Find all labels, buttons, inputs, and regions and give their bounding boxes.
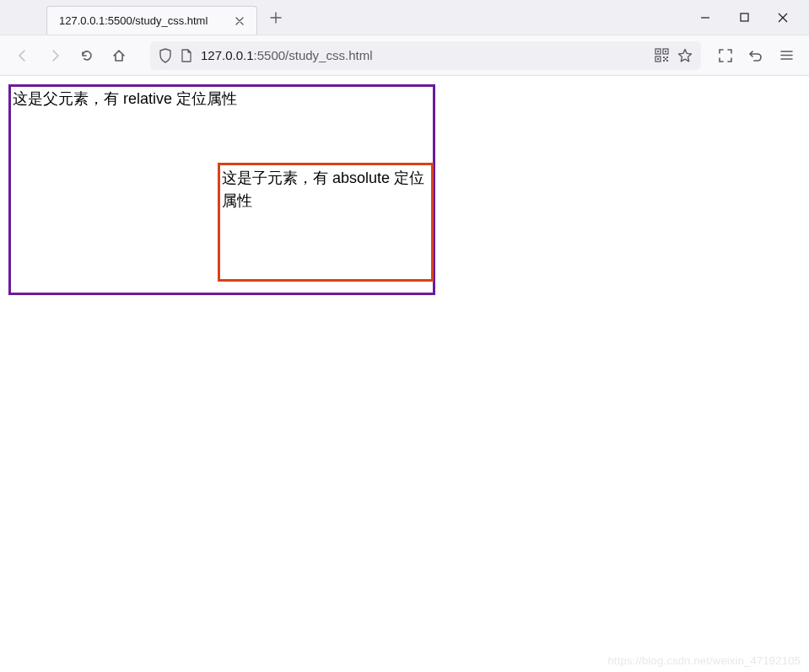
parent-element-text: 这是父元素，有 relative 定位属性: [11, 87, 433, 110]
forward-button[interactable]: [40, 41, 69, 70]
svg-rect-11: [665, 58, 666, 60]
parent-element-box: 这是父元素，有 relative 定位属性 这是子元素，有 absolute 定…: [8, 84, 435, 295]
browser-tab[interactable]: 127.0.0.1:5500/study_css.html: [46, 6, 257, 35]
svg-rect-10: [666, 60, 668, 62]
close-window-button[interactable]: [763, 0, 802, 35]
url-path: :5500/study_css.html: [254, 48, 373, 62]
page-icon[interactable]: [181, 49, 192, 62]
menu-button[interactable]: [772, 41, 801, 70]
svg-rect-0: [741, 13, 748, 21]
minimize-button[interactable]: [686, 0, 725, 35]
child-element-text: 这是子元素，有 absolute 定位属性: [220, 165, 431, 214]
svg-rect-4: [657, 51, 659, 52]
toolbar-right: [711, 41, 801, 70]
url-host: 127.0.0.1: [201, 48, 254, 62]
close-tab-icon[interactable]: [231, 13, 248, 30]
maximize-button[interactable]: [725, 0, 763, 35]
svg-rect-5: [665, 51, 666, 52]
address-bar[interactable]: 127.0.0.1:5500/study_css.html: [150, 41, 701, 70]
tab-title: 127.0.0.1:5500/study_css.html: [59, 14, 231, 27]
bookmark-star-icon[interactable]: [677, 48, 693, 63]
svg-rect-9: [663, 60, 665, 62]
qr-icon[interactable]: [655, 48, 669, 62]
window-controls: [686, 0, 809, 35]
svg-rect-7: [663, 56, 665, 58]
new-tab-button[interactable]: [262, 4, 289, 31]
browser-toolbar: 127.0.0.1:5500/study_css.html: [0, 35, 809, 76]
undo-button[interactable]: [742, 41, 770, 70]
screenshot-button[interactable]: [711, 41, 740, 70]
reload-button[interactable]: [73, 41, 101, 70]
watermark-text: https://blog.csdn.net/weixin_47192105: [607, 654, 801, 667]
url-display[interactable]: 127.0.0.1:5500/study_css.html: [201, 48, 646, 62]
svg-rect-6: [657, 58, 659, 60]
child-element-box: 这是子元素，有 absolute 定位属性: [218, 163, 434, 282]
shield-icon[interactable]: [159, 48, 172, 63]
window-titlebar: 127.0.0.1:5500/study_css.html: [0, 0, 809, 35]
page-viewport: 这是父元素，有 relative 定位属性 这是子元素，有 absolute 定…: [0, 76, 809, 672]
svg-rect-8: [666, 56, 668, 58]
tab-strip: 127.0.0.1:5500/study_css.html: [0, 0, 686, 35]
back-button[interactable]: [8, 41, 37, 70]
home-button[interactable]: [105, 41, 133, 70]
addressbar-actions: [655, 48, 693, 63]
